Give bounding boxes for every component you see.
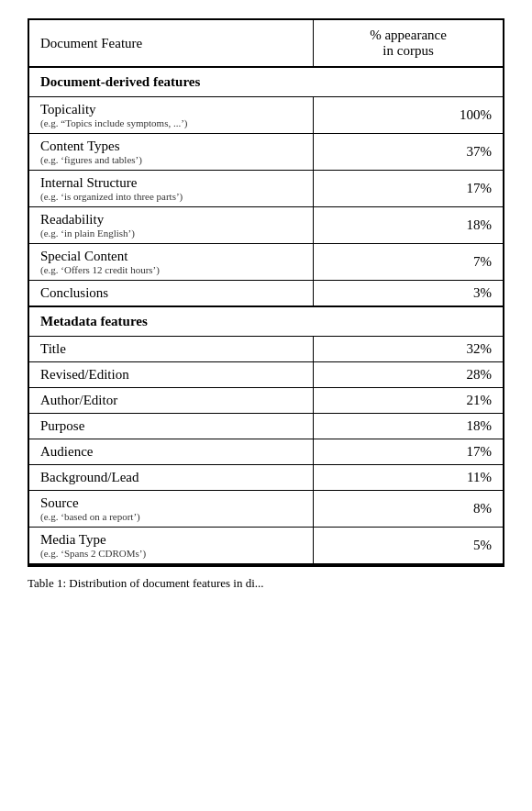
percent-cell: 18% [314,207,503,244]
feature-name: Purpose [40,418,302,434]
feature-name: Content Types [40,139,302,154]
feature-example: (e.g. ‘figures and tables’) [40,154,302,165]
percent-cell: 8% [314,491,503,528]
feature-example: (e.g. “Topics include symptoms, ...’) [40,117,302,128]
feature-name: Revised/Edition [40,367,302,383]
table-container: Document Feature % appearance in corpus … [28,18,504,567]
feature-name: Readability [40,212,302,228]
percent-cell: 7% [314,244,503,281]
percent-cell: 18% [314,414,503,439]
percent-header-line2: in corpus [382,43,433,58]
table-row: Topicality (e.g. “Topics include symptom… [29,97,503,134]
feature-cell: Topicality (e.g. “Topics include symptom… [29,97,314,134]
feature-cell: Background/Lead [29,465,314,491]
percent-cell: 17% [314,439,503,465]
feature-cell: Internal Structure (e.g. ‘is organized i… [29,171,314,207]
table-row: Conclusions 3% [29,281,503,307]
feature-name: Source [40,495,302,511]
feature-example: (e.g. ‘in plain English’) [40,228,302,239]
feature-name: Conclusions [40,285,302,301]
feature-name: Media Type [40,532,302,548]
feature-name: Internal Structure [40,175,302,191]
feature-name: Audience [40,444,302,460]
feature-cell: Content Types (e.g. ‘figures and tables’… [29,134,314,171]
percent-cell: 21% [314,388,503,414]
feature-cell: Purpose [29,414,314,439]
percent-cell: 11% [314,465,503,491]
feature-name: Author/Editor [40,393,302,408]
table-row: Audience 17% [29,439,503,465]
feature-cell: Readability (e.g. ‘in plain English’) [29,207,314,244]
percent-cell: 37% [314,134,503,171]
section-title-metadata: Metadata features [29,306,503,337]
feature-cell: Conclusions [29,281,314,307]
table-row: Internal Structure (e.g. ‘is organized i… [29,171,503,207]
feature-cell: Source (e.g. ‘based on a report’) [29,491,314,528]
table-caption: Table 1: Distribution of document featur… [28,576,504,591]
feature-cell: Media Type (e.g. ‘Spans 2 CDROMs’) [29,528,314,565]
percent-column-header: % appearance in corpus [314,20,503,67]
section-title-document: Document-derived features [29,67,503,97]
table-row: Title 32% [29,337,503,362]
feature-column-header: Document Feature [29,20,314,67]
feature-cell: Special Content (e.g. ‘Offers 12 credit … [29,244,314,281]
feature-cell: Author/Editor [29,388,314,414]
feature-example: (e.g. ‘based on a report’) [40,511,302,522]
table-row: Background/Lead 11% [29,465,503,491]
percent-cell: 3% [314,281,503,307]
feature-name: Topicality [40,102,302,117]
table-row: Purpose 18% [29,414,503,439]
table-row: Special Content (e.g. ‘Offers 12 credit … [29,244,503,281]
percent-header-line1: % appearance [370,28,447,42]
feature-example: (e.g. ‘is organized into three parts’) [40,191,302,202]
section-header-metadata: Metadata features [29,306,503,337]
feature-cell: Revised/Edition [29,362,314,388]
table-header-row: Document Feature % appearance in corpus [29,20,503,67]
percent-cell: 28% [314,362,503,388]
feature-example: (e.g. ‘Offers 12 credit hours’) [40,264,302,275]
percent-cell: 17% [314,171,503,207]
table-row: Content Types (e.g. ‘figures and tables’… [29,134,503,171]
feature-name: Background/Lead [40,470,302,485]
feature-cell: Title [29,337,314,362]
table-row: Source (e.g. ‘based on a report’) 8% [29,491,503,528]
feature-name: Title [40,341,302,357]
feature-cell: Audience [29,439,314,465]
feature-name: Special Content [40,249,302,264]
table-row: Author/Editor 21% [29,388,503,414]
section-header-document: Document-derived features [29,67,503,97]
percent-cell: 5% [314,528,503,565]
table-row: Readability (e.g. ‘in plain English’) 18… [29,207,503,244]
data-table: Document Feature % appearance in corpus … [29,20,503,565]
percent-cell: 100% [314,97,503,134]
feature-example: (e.g. ‘Spans 2 CDROMs’) [40,548,302,559]
percent-cell: 32% [314,337,503,362]
table-row: Media Type (e.g. ‘Spans 2 CDROMs’) 5% [29,528,503,565]
table-row: Revised/Edition 28% [29,362,503,388]
